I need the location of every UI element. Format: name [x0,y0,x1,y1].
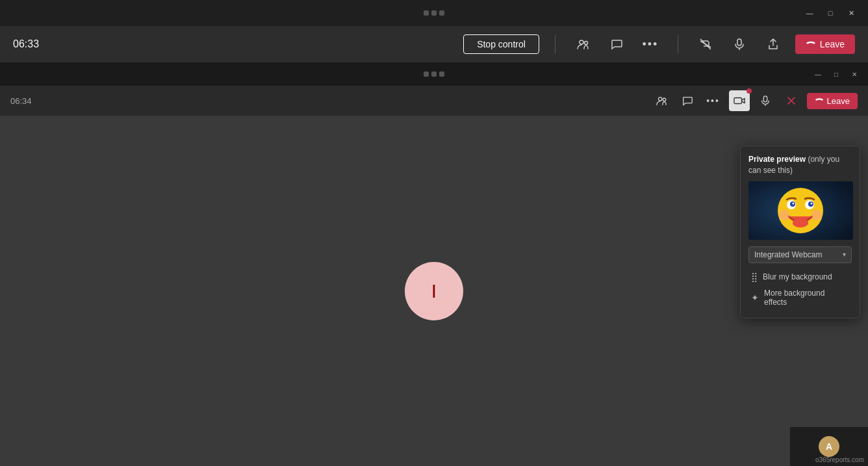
chevron-down-icon: ▾ [843,251,846,258]
effects-icon: ✦ [751,292,759,303]
mic-button[interactable] [728,32,751,56]
inner-close-button[interactable]: ✕ [846,68,863,81]
inner-minimize-button[interactable]: — [810,68,826,81]
outer-titlebar-center [424,10,444,16]
outer-win-controls: — □ ✕ [800,6,860,19]
inner-title-dot-3 [439,71,444,77]
camera-off-icon [699,38,712,51]
outer-close-button[interactable]: ✕ [842,6,860,19]
blur-background-item[interactable]: ⣿ Blur my background [748,268,852,285]
watermark-text: o365reports.com [815,456,864,463]
outer-maximize-button[interactable]: □ [821,6,839,19]
toolbar-divider-2 [678,35,678,53]
inner-title-dot-1 [424,71,429,77]
title-dot-1 [424,10,429,16]
call-area: I A o365reports.com Private preview (onl… [0,116,868,466]
inner-phone-hang-up-icon [815,96,824,105]
camera-off-button[interactable] [694,32,717,56]
inner-win-controls: — □ ✕ [810,68,863,81]
camera-notif-dot [747,88,752,94]
inner-titlebar-center [424,71,444,77]
inner-timer: 06:34 [10,96,32,106]
svg-point-19 [811,202,813,204]
inner-chat-button[interactable] [677,90,698,111]
inner-close-icon [785,95,797,107]
inner-more-dots-icon: ••• [706,96,720,106]
svg-point-21 [779,210,789,220]
more-effects-item[interactable]: ✦ More background effects [748,285,852,310]
participant-avatar: I [405,262,463,320]
inner-more-button[interactable]: ••• [703,90,724,111]
svg-point-5 [658,97,661,101]
chat-button[interactable] [605,32,628,56]
inner-camera-icon [734,95,745,107]
svg-point-20 [793,218,808,227]
private-preview-label: Private preview (only you can see this) [748,154,852,176]
blur-icon: ⣿ [751,272,758,282]
share-icon [767,38,780,51]
svg-rect-7 [734,98,741,104]
outer-timer: 06:33 [13,38,39,50]
inner-window: — □ ✕ 06:34 [0,62,868,466]
share-button[interactable] [761,32,785,56]
people-icon [576,38,589,51]
inner-titlebar: — □ ✕ [0,62,868,86]
inner-toolbar: 06:34 ••• [0,86,868,116]
svg-point-18 [793,202,795,204]
outer-toolbar: 06:33 Stop control ••• [0,26,868,62]
title-dot-2 [431,10,437,16]
outer-titlebar: — □ ✕ [0,0,868,26]
title-dot-3 [439,10,444,16]
inner-stop-share-button[interactable] [781,90,802,111]
inner-title-dot-2 [431,71,437,77]
toolbar-divider [555,35,555,53]
svg-rect-3 [737,39,741,45]
inner-mic-icon [760,95,771,107]
stop-control-button[interactable]: Stop control [463,34,539,54]
chat-icon [610,38,623,51]
svg-rect-8 [763,96,767,102]
svg-point-1 [584,42,587,45]
inner-camera-button[interactable] [729,90,750,111]
inner-chat-icon [682,95,693,107]
inner-maximize-button[interactable]: □ [828,68,845,81]
inner-leave-button[interactable]: Leave [807,93,858,109]
emoji-preview-svg [748,181,853,240]
inner-mic-button[interactable] [755,90,776,111]
outer-minimize-button[interactable]: — [800,6,819,19]
camera-popup: Private preview (only you can see this) [740,146,860,318]
camera-preview [748,181,853,240]
inner-people-button[interactable] [651,90,672,111]
svg-point-6 [663,98,666,101]
camera-select-dropdown[interactable]: Integrated Webcam ▾ [748,246,852,263]
svg-point-0 [580,40,583,44]
phone-hang-up-icon [806,39,816,49]
svg-point-22 [811,210,822,220]
mic-icon [733,38,746,51]
leave-button[interactable]: Leave [795,34,855,54]
more-button[interactable]: ••• [639,32,662,56]
more-dots-icon: ••• [642,38,658,51]
people-button[interactable] [571,32,594,56]
outer-window: — □ ✕ 06:33 Stop control ••• [0,0,868,466]
camera-select-label: Integrated Webcam [754,250,823,259]
user-avatar-circle: A [819,436,839,457]
inner-people-icon [656,95,667,107]
